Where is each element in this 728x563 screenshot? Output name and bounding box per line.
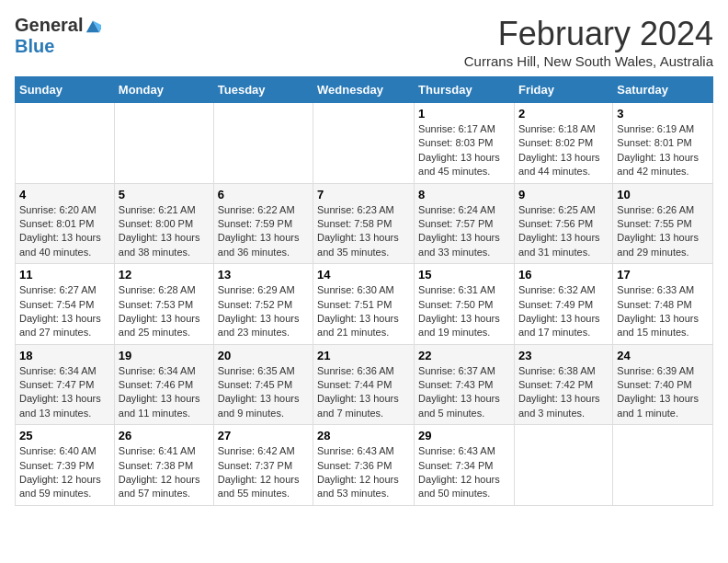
week-row-3: 11Sunrise: 6:27 AM Sunset: 7:54 PM Dayli… bbox=[16, 264, 713, 345]
calendar-cell: 9Sunrise: 6:25 AM Sunset: 7:56 PM Daylig… bbox=[514, 183, 612, 264]
calendar-cell bbox=[613, 425, 713, 506]
calendar-cell: 12Sunrise: 6:28 AM Sunset: 7:53 PM Dayli… bbox=[114, 264, 213, 345]
week-row-2: 4Sunrise: 6:20 AM Sunset: 8:01 PM Daylig… bbox=[16, 183, 713, 264]
day-number: 18 bbox=[19, 349, 110, 362]
week-row-1: 1Sunrise: 6:17 AM Sunset: 8:03 PM Daylig… bbox=[16, 103, 713, 184]
day-number: 13 bbox=[218, 268, 309, 282]
day-info: Sunrise: 6:19 AM Sunset: 8:01 PM Dayligh… bbox=[617, 122, 709, 179]
calendar-cell: 2Sunrise: 6:18 AM Sunset: 8:02 PM Daylig… bbox=[514, 103, 612, 184]
day-info: Sunrise: 6:26 AM Sunset: 7:55 PM Dayligh… bbox=[617, 203, 709, 260]
calendar-cell: 19Sunrise: 6:34 AM Sunset: 7:46 PM Dayli… bbox=[114, 344, 213, 425]
calendar-cell: 29Sunrise: 6:43 AM Sunset: 7:34 PM Dayli… bbox=[415, 425, 515, 506]
calendar-cell: 1Sunrise: 6:17 AM Sunset: 8:03 PM Daylig… bbox=[415, 103, 515, 184]
day-number: 15 bbox=[418, 268, 510, 282]
day-info: Sunrise: 6:23 AM Sunset: 7:58 PM Dayligh… bbox=[317, 203, 410, 260]
calendar-cell: 15Sunrise: 6:31 AM Sunset: 7:50 PM Dayli… bbox=[415, 264, 515, 345]
day-number: 12 bbox=[119, 268, 210, 282]
day-info: Sunrise: 6:30 AM Sunset: 7:51 PM Dayligh… bbox=[317, 283, 410, 340]
location-subtitle: Currans Hill, New South Wales, Australia bbox=[464, 53, 713, 69]
day-number: 5 bbox=[119, 188, 210, 201]
calendar-cell: 6Sunrise: 6:22 AM Sunset: 7:59 PM Daylig… bbox=[213, 183, 313, 264]
day-number: 20 bbox=[218, 349, 309, 362]
day-info: Sunrise: 6:36 AM Sunset: 7:44 PM Dayligh… bbox=[317, 364, 410, 421]
calendar-cell: 7Sunrise: 6:23 AM Sunset: 7:58 PM Daylig… bbox=[313, 183, 415, 264]
day-info: Sunrise: 6:21 AM Sunset: 8:00 PM Dayligh… bbox=[119, 203, 210, 260]
day-number: 14 bbox=[317, 268, 410, 282]
week-row-4: 18Sunrise: 6:34 AM Sunset: 7:47 PM Dayli… bbox=[16, 344, 713, 425]
day-info: Sunrise: 6:25 AM Sunset: 7:56 PM Dayligh… bbox=[518, 203, 609, 260]
day-header-sunday: Sunday bbox=[16, 77, 115, 103]
day-info: Sunrise: 6:18 AM Sunset: 8:02 PM Dayligh… bbox=[518, 122, 609, 179]
day-info: Sunrise: 6:34 AM Sunset: 7:46 PM Dayligh… bbox=[119, 364, 210, 421]
day-info: Sunrise: 6:34 AM Sunset: 7:47 PM Dayligh… bbox=[19, 364, 110, 421]
day-info: Sunrise: 6:22 AM Sunset: 7:59 PM Dayligh… bbox=[218, 203, 309, 260]
day-number: 17 bbox=[617, 268, 709, 282]
calendar-cell bbox=[213, 103, 313, 184]
day-number: 26 bbox=[119, 429, 210, 442]
day-number: 2 bbox=[518, 107, 609, 121]
day-number: 9 bbox=[518, 188, 609, 201]
day-number: 3 bbox=[617, 107, 709, 121]
day-number: 6 bbox=[218, 188, 309, 201]
logo-general-text: General bbox=[15, 15, 83, 36]
day-info: Sunrise: 6:38 AM Sunset: 7:42 PM Dayligh… bbox=[518, 364, 609, 421]
day-number: 16 bbox=[518, 268, 609, 282]
calendar-cell: 22Sunrise: 6:37 AM Sunset: 7:43 PM Dayli… bbox=[415, 344, 515, 425]
calendar-cell: 10Sunrise: 6:26 AM Sunset: 7:55 PM Dayli… bbox=[613, 183, 713, 264]
day-info: Sunrise: 6:35 AM Sunset: 7:45 PM Dayligh… bbox=[218, 364, 309, 421]
calendar-cell bbox=[514, 425, 612, 506]
logo-blue-text: Blue bbox=[15, 36, 54, 57]
day-number: 22 bbox=[418, 349, 510, 362]
day-number: 28 bbox=[317, 429, 410, 442]
calendar-cell bbox=[313, 103, 415, 184]
day-info: Sunrise: 6:31 AM Sunset: 7:50 PM Dayligh… bbox=[418, 283, 510, 340]
header-row: SundayMondayTuesdayWednesdayThursdayFrid… bbox=[16, 77, 713, 103]
day-info: Sunrise: 6:43 AM Sunset: 7:36 PM Dayligh… bbox=[317, 444, 410, 501]
calendar-cell: 18Sunrise: 6:34 AM Sunset: 7:47 PM Dayli… bbox=[16, 344, 115, 425]
calendar-cell: 28Sunrise: 6:43 AM Sunset: 7:36 PM Dayli… bbox=[313, 425, 415, 506]
title-section: February 2024 Currans Hill, New South Wa… bbox=[464, 15, 713, 69]
day-info: Sunrise: 6:40 AM Sunset: 7:39 PM Dayligh… bbox=[19, 444, 110, 501]
month-title: February 2024 bbox=[464, 15, 713, 53]
day-info: Sunrise: 6:42 AM Sunset: 7:37 PM Dayligh… bbox=[218, 444, 309, 501]
calendar-cell: 11Sunrise: 6:27 AM Sunset: 7:54 PM Dayli… bbox=[16, 264, 115, 345]
calendar-cell bbox=[114, 103, 213, 184]
day-number: 24 bbox=[617, 349, 709, 362]
calendar-cell: 24Sunrise: 6:39 AM Sunset: 7:40 PM Dayli… bbox=[613, 344, 713, 425]
calendar-cell: 23Sunrise: 6:38 AM Sunset: 7:42 PM Dayli… bbox=[514, 344, 612, 425]
day-number: 21 bbox=[317, 349, 410, 362]
calendar-cell: 21Sunrise: 6:36 AM Sunset: 7:44 PM Dayli… bbox=[313, 344, 415, 425]
calendar-cell bbox=[16, 103, 115, 184]
day-header-saturday: Saturday bbox=[613, 77, 713, 103]
day-number: 23 bbox=[518, 349, 609, 362]
calendar-cell: 3Sunrise: 6:19 AM Sunset: 8:01 PM Daylig… bbox=[613, 103, 713, 184]
calendar-cell: 26Sunrise: 6:41 AM Sunset: 7:38 PM Dayli… bbox=[114, 425, 213, 506]
day-header-friday: Friday bbox=[514, 77, 612, 103]
day-number: 27 bbox=[218, 429, 309, 442]
calendar-cell: 25Sunrise: 6:40 AM Sunset: 7:39 PM Dayli… bbox=[16, 425, 115, 506]
day-number: 11 bbox=[19, 268, 110, 282]
day-header-monday: Monday bbox=[114, 77, 213, 103]
calendar-cell: 5Sunrise: 6:21 AM Sunset: 8:00 PM Daylig… bbox=[114, 183, 213, 264]
day-number: 7 bbox=[317, 188, 410, 201]
day-info: Sunrise: 6:33 AM Sunset: 7:48 PM Dayligh… bbox=[617, 283, 709, 340]
day-info: Sunrise: 6:17 AM Sunset: 8:03 PM Dayligh… bbox=[418, 122, 510, 179]
day-info: Sunrise: 6:39 AM Sunset: 7:40 PM Dayligh… bbox=[617, 364, 709, 421]
day-info: Sunrise: 6:32 AM Sunset: 7:49 PM Dayligh… bbox=[518, 283, 609, 340]
logo-icon bbox=[85, 17, 101, 34]
day-header-wednesday: Wednesday bbox=[313, 77, 415, 103]
calendar-cell: 17Sunrise: 6:33 AM Sunset: 7:48 PM Dayli… bbox=[613, 264, 713, 345]
day-number: 8 bbox=[418, 188, 510, 201]
day-number: 10 bbox=[617, 188, 709, 201]
day-info: Sunrise: 6:20 AM Sunset: 8:01 PM Dayligh… bbox=[19, 203, 110, 260]
calendar-table: SundayMondayTuesdayWednesdayThursdayFrid… bbox=[15, 76, 713, 506]
day-info: Sunrise: 6:37 AM Sunset: 7:43 PM Dayligh… bbox=[418, 364, 510, 421]
day-info: Sunrise: 6:24 AM Sunset: 7:57 PM Dayligh… bbox=[418, 203, 510, 260]
day-header-tuesday: Tuesday bbox=[213, 77, 313, 103]
day-info: Sunrise: 6:28 AM Sunset: 7:53 PM Dayligh… bbox=[119, 283, 210, 340]
day-info: Sunrise: 6:27 AM Sunset: 7:54 PM Dayligh… bbox=[19, 283, 110, 340]
header: General Blue February 2024 Currans Hill,… bbox=[15, 15, 713, 69]
calendar-cell: 27Sunrise: 6:42 AM Sunset: 7:37 PM Dayli… bbox=[213, 425, 313, 506]
day-number: 4 bbox=[19, 188, 110, 201]
calendar-cell: 4Sunrise: 6:20 AM Sunset: 8:01 PM Daylig… bbox=[16, 183, 115, 264]
